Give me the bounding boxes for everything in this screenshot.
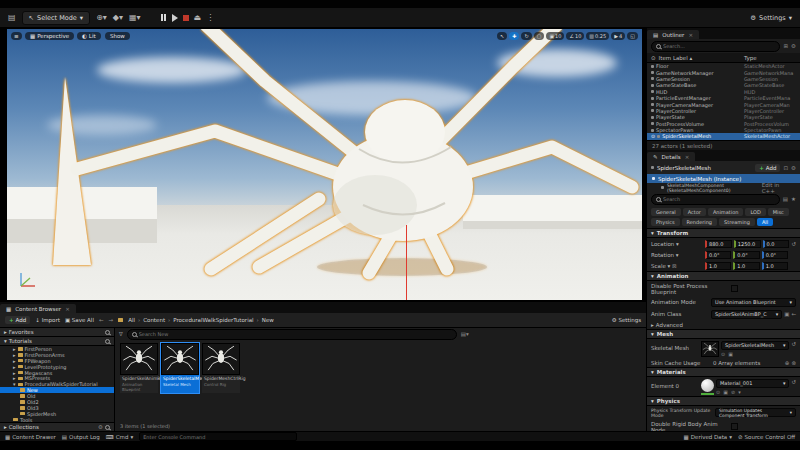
component-row-skeletalmesh[interactable]: SkeletalMeshComponent (SkeletalMeshCompo… bbox=[647, 183, 800, 192]
camera-speed-button[interactable]: ▶4 bbox=[611, 32, 625, 40]
section-physics[interactable]: ▾ Physics bbox=[647, 396, 800, 406]
spider-skeletal-mesh[interactable] bbox=[7, 29, 643, 301]
filter-tab-lod[interactable]: LOD bbox=[745, 208, 765, 216]
gear-icon[interactable]: ⚙ bbox=[98, 424, 103, 430]
location-x-field[interactable]: 880.0 bbox=[705, 240, 732, 248]
tab-content-browser[interactable]: ▦ Content Browser × bbox=[0, 304, 76, 313]
settings-dropdown[interactable]: ⚙ Settings ▾ bbox=[750, 14, 792, 22]
browse-to-asset-icon[interactable]: ⊙ bbox=[721, 351, 725, 357]
file-icon[interactable]: ▤ bbox=[8, 14, 16, 22]
outliner-search-input[interactable] bbox=[651, 41, 780, 52]
collections-row[interactable]: ▸ Collections ⚙ bbox=[0, 422, 114, 431]
filter-tab-actor[interactable]: Actor bbox=[683, 208, 706, 216]
close-icon[interactable]: × bbox=[685, 154, 690, 160]
viewport-menu-icon[interactable]: ≡ bbox=[11, 32, 22, 40]
chevron-down-icon[interactable]: ▾ bbox=[738, 389, 741, 395]
visibility-eye-icon[interactable]: ⊙ bbox=[651, 133, 655, 139]
filter-tab-physics[interactable]: Physics bbox=[651, 218, 680, 226]
filter-tab-all[interactable]: All bbox=[757, 218, 773, 226]
section-mesh[interactable]: ▾ Mesh bbox=[647, 329, 800, 339]
rotation-snap-toggle[interactable]: ∠10 bbox=[566, 32, 584, 40]
cmd-dropdown[interactable]: ⌨ Cmd ▾ bbox=[106, 434, 133, 440]
add-actor-icon[interactable]: ⊕▾ bbox=[96, 14, 107, 22]
scale-z-field[interactable]: 1.0 bbox=[762, 262, 788, 270]
location-label[interactable]: Location ▾ bbox=[651, 241, 703, 247]
content-drawer-button[interactable]: ▦ Content Drawer bbox=[5, 434, 56, 440]
close-icon[interactable]: × bbox=[65, 306, 70, 312]
viewport[interactable]: ≡ ▦ Perspective ◐ Lit Show ↖ ✚ ↻ ▢ ▣10 ∠… bbox=[6, 28, 643, 301]
details-settings-icon[interactable]: ⚙ bbox=[791, 165, 796, 171]
display-filter-icon[interactable]: ▤ bbox=[783, 196, 788, 202]
move-tool-icon[interactable]: ✚ bbox=[509, 32, 519, 40]
outliner-row[interactable]: ⊙SpiderSkeletalMeshSkeletalMeshActor bbox=[647, 133, 800, 139]
skeletal-mesh-dropdown[interactable]: SpiderSkeletalMesh▾ bbox=[721, 341, 789, 350]
derived-data-button[interactable]: ▦ Derived Data ▾ bbox=[684, 434, 732, 440]
asset-tile[interactable]: SpiderMeshCtrlRigControl Rig bbox=[202, 343, 240, 393]
lit-button[interactable]: ◐ Lit bbox=[77, 32, 101, 40]
cb-add-button[interactable]: + Add bbox=[5, 316, 30, 324]
outliner-settings-icon[interactable]: ⚙ bbox=[791, 43, 796, 49]
back-icon[interactable]: ← bbox=[99, 317, 104, 323]
item-label-column[interactable]: Item Label ▴ bbox=[659, 55, 693, 61]
animation-mode-dropdown[interactable]: Use Animation Blueprint▾ bbox=[711, 298, 796, 307]
pause-button[interactable] bbox=[161, 14, 167, 21]
console-command-input[interactable] bbox=[139, 432, 297, 441]
filter-tab-misc[interactable]: Misc bbox=[768, 208, 789, 216]
scale-tool-icon[interactable]: ▢ bbox=[534, 32, 545, 40]
favorites-star-icon[interactable]: ★ bbox=[791, 196, 796, 202]
breadcrumb-item[interactable]: New bbox=[262, 317, 274, 323]
tutorials-header[interactable]: ▾ Tutorials bbox=[0, 337, 114, 346]
location-y-field[interactable]: 1250.0 bbox=[734, 240, 761, 248]
output-log-button[interactable]: ▤ Output Log bbox=[62, 434, 100, 440]
show-button[interactable]: Show bbox=[105, 32, 130, 40]
location-z-field[interactable]: 0.0 bbox=[763, 240, 790, 248]
breadcrumb-item[interactable]: Content bbox=[143, 317, 165, 323]
favorites-header[interactable]: ▸ Favorites bbox=[0, 328, 114, 337]
tab-outliner[interactable]: ▤ Outliner × bbox=[647, 30, 699, 39]
stop-button[interactable] bbox=[183, 15, 189, 21]
visibility-eye-icon[interactable]: ⊙ bbox=[651, 55, 656, 61]
reset-to-default-icon[interactable]: ↺ bbox=[791, 241, 796, 247]
browse-to-asset-icon[interactable]: ⊙ bbox=[716, 389, 720, 395]
section-animation[interactable]: ▾ Animation bbox=[647, 271, 800, 281]
gizmo-axis[interactable] bbox=[406, 225, 407, 301]
section-materials[interactable]: ▾ Materials bbox=[647, 367, 800, 377]
material-dropdown[interactable]: Material_001▾ bbox=[716, 379, 789, 388]
skeletal-mesh-thumbnail[interactable] bbox=[701, 341, 719, 357]
details-search-input[interactable] bbox=[651, 194, 780, 205]
tab-details[interactable]: ✎ Details × bbox=[647, 152, 695, 161]
disable-ppbp-checkbox[interactable] bbox=[731, 285, 738, 292]
blueprints-icon[interactable]: ◆▾ bbox=[113, 14, 123, 22]
breadcrumb-item[interactable]: ProceduralWalkSpiderTutorial bbox=[173, 317, 253, 323]
clear-icon[interactable]: ⊘ bbox=[731, 389, 735, 395]
source-control-button[interactable]: ⊘ Source Control Off bbox=[738, 434, 795, 440]
new-folder-icon[interactable]: ⊞ bbox=[783, 43, 788, 49]
section-transform[interactable]: ▾ Transform bbox=[647, 228, 800, 238]
physics-checkbox[interactable] bbox=[731, 423, 738, 430]
rotation-z-field[interactable]: 0.0° bbox=[762, 251, 788, 259]
asset-tile[interactable]: SpiderSkeletalMeshSkeletal Mesh bbox=[161, 343, 199, 393]
frame-skip-button[interactable] bbox=[172, 14, 178, 22]
scale-y-field[interactable]: 1.0 bbox=[733, 262, 759, 270]
reset-to-default-icon[interactable]: ↺ bbox=[791, 379, 796, 385]
use-selected-icon[interactable]: ← bbox=[791, 311, 796, 317]
search-icon[interactable] bbox=[105, 330, 110, 335]
play-options-kebab-icon[interactable]: ⋮ bbox=[206, 14, 214, 22]
scale-label[interactable]: Scale ▾ ⊠ bbox=[651, 263, 703, 269]
close-icon[interactable]: × bbox=[688, 32, 693, 38]
filter-tab-streaming[interactable]: Streaming bbox=[719, 218, 755, 226]
anim-class-dropdown[interactable]: SpiderSkelAnimBP_C▾ bbox=[711, 310, 782, 319]
rotation-y-field[interactable]: 0.0° bbox=[733, 251, 759, 259]
physics-update-mode-dropdown[interactable]: Simulation Updates Component Transform▾ bbox=[715, 408, 796, 417]
cb-save-all-button[interactable]: ▣ Save All bbox=[65, 317, 94, 323]
scale-snap-toggle[interactable]: ▥0.25 bbox=[586, 32, 609, 40]
browse-icon[interactable]: ⊡ bbox=[783, 165, 788, 171]
use-selected-icon[interactable]: ▣ bbox=[728, 351, 733, 357]
search-icon[interactable] bbox=[105, 339, 110, 344]
maximize-viewport-icon[interactable]: ◱ bbox=[627, 32, 638, 40]
add-component-button[interactable]: + Add bbox=[755, 164, 780, 172]
forward-icon[interactable]: → bbox=[109, 317, 114, 323]
select-tool-icon[interactable]: ↖ bbox=[497, 32, 507, 40]
filter-tab-rendering[interactable]: Rendering bbox=[682, 218, 718, 226]
material-thumbnail[interactable] bbox=[701, 379, 714, 392]
